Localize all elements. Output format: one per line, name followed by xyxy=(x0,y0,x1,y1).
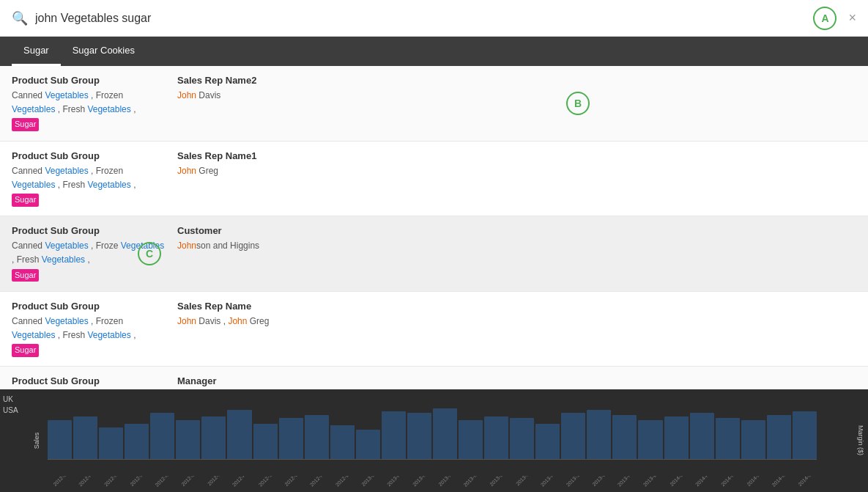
chart-bar xyxy=(176,420,200,460)
x-axis-label: 2012-May xyxy=(154,476,182,492)
x-axis-label: 2012-Sep xyxy=(256,476,284,492)
chart-bar xyxy=(407,413,431,460)
x-axis-label: 2013-Jul xyxy=(513,476,541,492)
x-axis-label: 2013-Aug xyxy=(539,476,567,492)
bars-container xyxy=(48,395,817,460)
right-field-label: Customer xyxy=(177,225,856,236)
result-row[interactable]: Product Sub Group Canned Vegetables , Fr… xyxy=(0,66,868,142)
field-label: Product Sub Group xyxy=(12,225,166,236)
result-right-col: Manager John Davis , John Greg xyxy=(166,375,856,389)
chart-bar xyxy=(561,413,585,460)
x-axis-label: 2013-Dec xyxy=(642,476,669,492)
result-left-col: Product Sub Group Canned Vegetables , Fr… xyxy=(12,375,166,389)
right-field-values: John Davis xyxy=(177,89,856,103)
right-field-values: John Greg xyxy=(177,164,856,178)
tab-sugar-cookies[interactable]: Sugar Cookies xyxy=(61,37,146,66)
chart-bar xyxy=(716,418,740,460)
search-bar: 🔍 A × xyxy=(0,0,868,37)
x-axis-label: 2012-Mar xyxy=(103,476,130,492)
x-axis-label: 2012-Jun xyxy=(179,476,207,492)
chart-bar xyxy=(382,411,406,460)
x-axis-label: 2012-Feb xyxy=(77,476,105,492)
right-field-values: Johnson and Higgins xyxy=(177,239,856,253)
badge-a: A xyxy=(813,7,837,30)
result-right-col: Sales Rep Name2 John Davis xyxy=(166,75,856,103)
field-label: Product Sub Group xyxy=(12,301,166,312)
chart-bar xyxy=(99,427,123,460)
badge-b: B xyxy=(566,92,590,115)
chart-bar xyxy=(535,424,560,460)
result-right-col: Sales Rep Name John Davis , John Greg xyxy=(166,301,856,328)
chart-bar xyxy=(330,425,355,460)
chart-bar xyxy=(510,418,534,460)
x-axis-label: 2014-Mar xyxy=(719,476,746,492)
x-axis-label: 2014-Feb xyxy=(693,476,721,492)
field-values: Canned Vegetables , Frozen Vegetables , … xyxy=(12,164,166,208)
chart-bar xyxy=(305,415,329,460)
right-field-label: Sales Rep Name2 xyxy=(177,75,856,86)
tab-bar: Sugar Sugar Cookies xyxy=(0,37,868,66)
x-axis-label: 2012-Nov xyxy=(308,476,335,492)
chart-bar xyxy=(587,410,611,460)
result-row[interactable]: Product Sub Group Canned Vegetables , Fr… xyxy=(0,367,868,389)
result-left-col: Product Sub Group Canned Vegetables , Fr… xyxy=(12,75,166,132)
x-axis-label: 2013-Feb xyxy=(385,476,413,492)
result-left-col: Product Sub Group Canned Vegetables , Fr… xyxy=(12,225,166,282)
x-axis-label: 2014-May xyxy=(771,476,798,492)
x-axis-label: 2013-Jan xyxy=(360,476,387,492)
field-values: Canned Vegetables , Frozen Vegetables , … xyxy=(12,315,166,358)
chart-bar xyxy=(150,413,174,460)
x-axis-label: 2013-Oct xyxy=(590,476,618,492)
x-axis-label: 2013-Apr xyxy=(437,476,464,492)
axis-zero-line xyxy=(48,459,817,460)
chart-bar xyxy=(612,415,637,460)
x-axis-label: 2013-Mar xyxy=(411,476,439,492)
chart-bar xyxy=(356,430,380,460)
x-axis-label: 2013-May xyxy=(462,476,490,492)
result-row[interactable]: Product Sub Group Canned Vegetables , Fr… xyxy=(0,216,868,292)
result-left-col: Product Sub Group Canned Vegetables , Fr… xyxy=(12,150,166,208)
x-axis-label: 2013-Jun xyxy=(488,476,516,492)
x-axis-label: 2012-Oct xyxy=(282,476,310,492)
right-axis-label: Margin ($) xyxy=(857,425,864,455)
chart-bar xyxy=(664,416,689,460)
right-field-label: Sales Rep Name xyxy=(177,301,856,312)
chart-bar xyxy=(690,413,714,460)
x-axis-labels: 2012-Jan2012-Feb2012-Mar2012-Apr2012-May… xyxy=(33,476,853,492)
close-button[interactable]: × xyxy=(848,10,856,26)
chart-bar xyxy=(48,420,72,460)
x-axis-label: 2013-Nov xyxy=(616,476,644,492)
x-axis-label: 2014-Apr xyxy=(745,476,773,492)
field-label: Product Sub Group xyxy=(12,150,166,161)
search-input[interactable] xyxy=(35,12,806,25)
x-axis-label: 2012-Apr xyxy=(128,476,156,492)
field-values: Canned Vegetables , Frozen Vegetables , … xyxy=(12,89,166,132)
result-row[interactable]: Product Sub Group Canned Vegetables , Fr… xyxy=(0,292,868,367)
chart-bar xyxy=(73,416,97,460)
x-axis-label: 2014-Jun xyxy=(796,476,824,492)
chart-bar xyxy=(279,418,303,460)
x-axis-label: 2012-Jul xyxy=(205,476,233,492)
x-axis-label: 2014-Jan xyxy=(667,476,695,492)
x-axis-label: 2012-Dec xyxy=(334,476,362,492)
chart-bar xyxy=(227,410,251,460)
tab-sugar[interactable]: Sugar xyxy=(12,37,61,66)
result-right-col: Sales Rep Name1 John Greg xyxy=(166,150,856,178)
chart-bar xyxy=(741,420,765,460)
field-label: Product Sub Group xyxy=(12,75,166,86)
result-right-col: Customer Johnson and Higgins xyxy=(166,225,856,253)
chart-bar xyxy=(253,424,278,460)
results-area: Product Sub Group Canned Vegetables , Fr… xyxy=(0,66,868,389)
right-field-label: Manager xyxy=(177,375,856,386)
right-field-values: John Davis , John Greg xyxy=(177,315,856,328)
x-axis-label: 2012-Jan xyxy=(51,476,79,492)
badge-c: C xyxy=(138,242,161,265)
chart-area: UK USA Sales 2012-Jan2012-Feb2012-Mar201… xyxy=(0,389,868,492)
right-field-label: Sales Rep Name1 xyxy=(177,150,856,161)
result-row[interactable]: Product Sub Group Canned Vegetables , Fr… xyxy=(0,142,868,217)
chart-bar xyxy=(767,415,791,460)
x-axis-label: 2013-Sep xyxy=(565,476,593,492)
result-left-col: Product Sub Group Canned Vegetables , Fr… xyxy=(12,301,166,358)
chart-bar xyxy=(484,416,508,460)
chart-bar xyxy=(793,411,817,460)
